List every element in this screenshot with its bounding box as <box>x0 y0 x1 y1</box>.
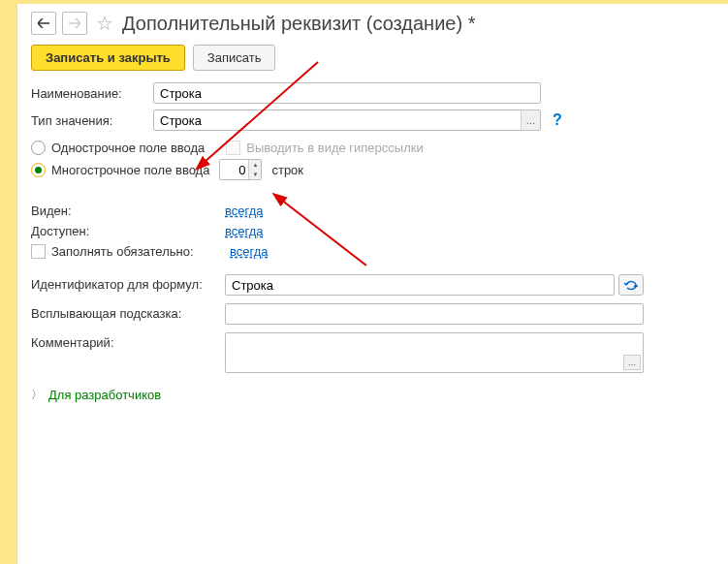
single-line-label: Однострочное поле ввода <box>51 141 205 155</box>
favorite-star-icon[interactable]: ☆ <box>93 12 116 35</box>
comment-input[interactable]: … <box>225 332 644 373</box>
left-sidebar <box>0 4 17 411</box>
tooltip-input[interactable] <box>225 303 644 325</box>
chevron-right-icon: 〉 <box>31 387 43 403</box>
back-button[interactable] <box>31 12 56 35</box>
developers-section-toggle[interactable]: 〉 Для разработчиков <box>31 387 714 403</box>
tooltip-label: Всплывающая подсказка: <box>31 303 225 321</box>
save-button[interactable]: Записать <box>193 45 276 71</box>
lines-down-button[interactable]: ▼ <box>248 170 261 179</box>
visible-link[interactable]: всегда <box>225 204 263 218</box>
single-line-radio[interactable] <box>31 141 46 155</box>
forward-button[interactable] <box>62 12 87 35</box>
as-link-checkbox <box>226 141 240 155</box>
identifier-input[interactable] <box>225 274 615 296</box>
required-checkbox[interactable] <box>31 244 46 259</box>
identifier-label: Идентификатор для формул: <box>31 274 225 292</box>
developers-label: Для разработчиков <box>48 388 161 402</box>
type-input[interactable] <box>153 110 541 131</box>
available-link[interactable]: всегда <box>225 224 263 238</box>
lines-up-button[interactable]: ▲ <box>248 160 261 170</box>
required-label: Заполнять обязательно: <box>51 244 224 259</box>
lines-suffix-label: строк <box>271 163 303 177</box>
page-title: Дополнительный реквизит (создание) * <box>122 13 475 35</box>
as-link-label: Выводить в виде гиперссылки <box>246 141 423 155</box>
visible-label: Виден: <box>31 204 225 218</box>
help-icon[interactable]: ? <box>553 111 562 129</box>
save-and-close-button[interactable]: Записать и закрыть <box>31 45 185 71</box>
required-link[interactable]: всегда <box>230 244 268 259</box>
comment-label: Комментарий: <box>31 332 225 350</box>
type-select-button[interactable]: … <box>521 110 540 130</box>
multi-line-label: Многострочное поле ввода <box>51 163 209 177</box>
name-input[interactable] <box>153 82 541 104</box>
available-label: Доступен: <box>31 224 225 238</box>
comment-expand-button[interactable]: … <box>623 355 641 370</box>
multi-line-radio[interactable] <box>31 163 46 177</box>
type-label: Тип значения: <box>31 113 153 128</box>
refresh-identifier-button[interactable] <box>618 274 644 296</box>
name-label: Наименование: <box>31 86 153 101</box>
